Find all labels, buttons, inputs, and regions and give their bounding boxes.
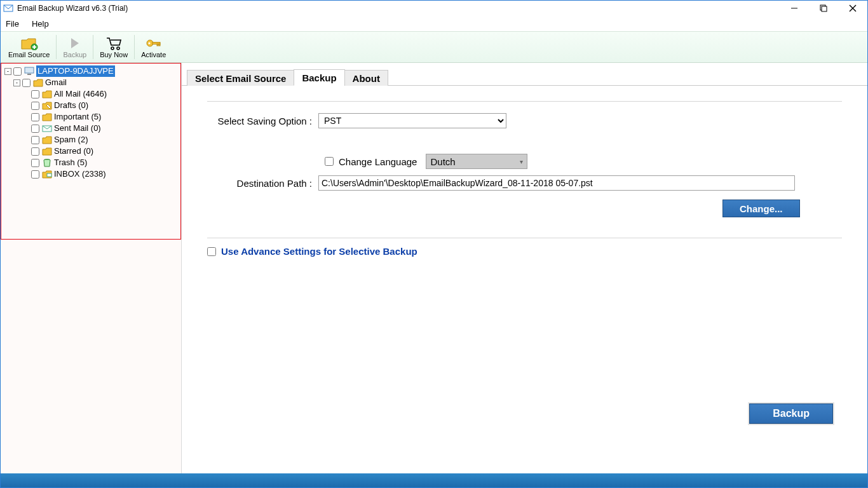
tree-folder[interactable]: INBOX (2338) <box>4 168 181 180</box>
change-button[interactable]: Change... <box>722 200 800 217</box>
tree-root[interactable]: - LAPTOP-9DAJJVPE <box>4 65 181 77</box>
toolbar-backup-label: Backup <box>63 51 86 58</box>
cart-icon <box>105 36 123 51</box>
destination-input[interactable] <box>318 175 795 191</box>
tree-folder[interactable]: Important (5) <box>4 111 181 123</box>
toolbar-backup[interactable]: Backup <box>58 32 92 62</box>
svg-point-13 <box>148 42 150 44</box>
tab-body-backup: Select Saving Option : PST Change Langua… <box>182 86 867 473</box>
tree-folder-label: Important (5) <box>54 111 101 123</box>
folder-icon <box>42 112 52 121</box>
menu-help[interactable]: Help <box>32 19 49 29</box>
tree-account-label: Gmail <box>45 77 67 88</box>
svg-rect-18 <box>27 74 31 75</box>
maximize-button[interactable] <box>809 1 838 16</box>
main-body: - LAPTOP-9DAJJVPE - <box>1 63 867 473</box>
tab-about[interactable]: About <box>344 70 388 86</box>
language-select: Dutch ▾ <box>426 154 527 169</box>
statusbar <box>1 473 867 487</box>
menu-file[interactable]: File <box>6 19 19 29</box>
toolbar-buy-now[interactable]: Buy Now <box>95 32 133 62</box>
key-icon <box>145 36 163 51</box>
folder-icon <box>33 78 43 87</box>
tree-folder-checkbox[interactable] <box>31 170 39 179</box>
svg-rect-21 <box>47 173 51 177</box>
tree-folder-label: Spam (2) <box>54 134 88 146</box>
tab-backup[interactable]: Backup <box>294 69 344 86</box>
tree-folder-label: Trash (5) <box>54 157 87 168</box>
backup-button-wrap: Backup <box>749 403 833 424</box>
svg-point-11 <box>117 47 119 50</box>
svg-rect-3 <box>822 6 827 11</box>
folder-tree: - LAPTOP-9DAJJVPE - <box>1 63 181 180</box>
toolbar-email-source-label: Email Source <box>8 51 50 58</box>
tree-root-checkbox[interactable] <box>13 67 22 76</box>
titlebar: Email Backup Wizard v6.3 (Trial) <box>1 1 867 16</box>
tree-account-checkbox[interactable] <box>22 79 31 87</box>
saving-option-row: Select Saving Option : PST <box>207 113 842 128</box>
tree-folder-checkbox[interactable] <box>31 125 39 133</box>
tree-folder[interactable]: Trash (5) <box>4 157 181 168</box>
section-divider <box>207 101 842 102</box>
folder-add-icon <box>20 36 38 51</box>
computer-icon <box>24 67 34 76</box>
toolbar-separator <box>134 35 135 59</box>
tree-folder[interactable]: Starred (0) <box>4 146 181 157</box>
tree-account[interactable]: - Gmail <box>4 77 181 88</box>
tree-folder-label: All Mail (4646) <box>54 88 107 100</box>
tab-select-email-source[interactable]: Select Email Source <box>187 70 294 86</box>
saving-option-select[interactable]: PST <box>318 113 506 128</box>
tree-folder-checkbox[interactable] <box>31 113 39 121</box>
tree-folder-label: Sent Mail (0) <box>54 123 101 134</box>
toolbar-email-source[interactable]: Email Source <box>3 32 55 62</box>
language-value: Dutch <box>430 156 455 167</box>
tree-folder[interactable]: All Mail (4646) <box>4 88 181 100</box>
tree-folder[interactable]: Sent Mail (0) <box>4 123 181 134</box>
close-button[interactable] <box>838 1 867 16</box>
toolbar: Email Source Backup Buy Now <box>1 31 867 63</box>
change-language-checkbox[interactable] <box>325 157 334 166</box>
change-button-row: Change... <box>325 200 842 217</box>
window-title: Email Backup Wizard v6.3 (Trial) <box>17 4 128 13</box>
collapse-icon[interactable]: - <box>13 79 20 86</box>
app-icon <box>3 3 13 13</box>
tree-folder-checkbox[interactable] <box>31 159 39 167</box>
destination-row: Destination Path : <box>207 175 842 191</box>
toolbar-buy-now-label: Buy Now <box>100 51 128 58</box>
toolbar-activate-label: Activate <box>141 51 166 58</box>
tree-panel: - LAPTOP-9DAJJVPE - <box>1 63 182 473</box>
destination-label: Destination Path : <box>207 178 318 189</box>
tree-folder-checkbox[interactable] <box>31 90 39 98</box>
content-area: Select Email Source Backup About Select … <box>182 63 867 473</box>
tree-folder[interactable]: Drafts (0) <box>4 100 181 111</box>
toolbar-activate[interactable]: Activate <box>136 32 171 62</box>
tree-folder-checkbox[interactable] <box>31 147 39 156</box>
folder-icon <box>42 135 52 144</box>
minimize-button[interactable] <box>780 1 809 16</box>
play-icon <box>66 36 84 51</box>
backup-button[interactable]: Backup <box>749 403 833 424</box>
chevron-down-icon: ▾ <box>520 158 523 165</box>
tree-folder-label: Starred (0) <box>54 146 93 157</box>
drafts-icon <box>42 101 52 110</box>
tree-folder-checkbox[interactable] <box>31 102 39 110</box>
trash-icon <box>42 158 52 167</box>
folder-icon <box>42 90 52 98</box>
change-language-label: Change Language <box>339 156 417 167</box>
tabs: Select Email Source Backup About <box>182 68 867 86</box>
collapse-icon[interactable]: - <box>4 68 11 75</box>
advance-settings-checkbox[interactable] <box>207 247 216 256</box>
tree-folder[interactable]: Spam (2) <box>4 134 181 146</box>
svg-rect-16 <box>159 44 160 46</box>
tree-root-label: LAPTOP-9DAJJVPE <box>36 65 115 77</box>
window-controls <box>780 1 867 16</box>
tree-folder-checkbox[interactable] <box>31 136 39 144</box>
toolbar-separator <box>93 35 93 59</box>
svg-rect-17 <box>25 67 34 73</box>
svg-marker-9 <box>71 38 79 48</box>
sent-icon <box>42 124 52 133</box>
svg-point-10 <box>111 47 114 50</box>
menubar: File Help <box>1 16 867 31</box>
svg-rect-15 <box>157 44 158 46</box>
tree-folder-label: INBOX (2338) <box>54 168 106 180</box>
